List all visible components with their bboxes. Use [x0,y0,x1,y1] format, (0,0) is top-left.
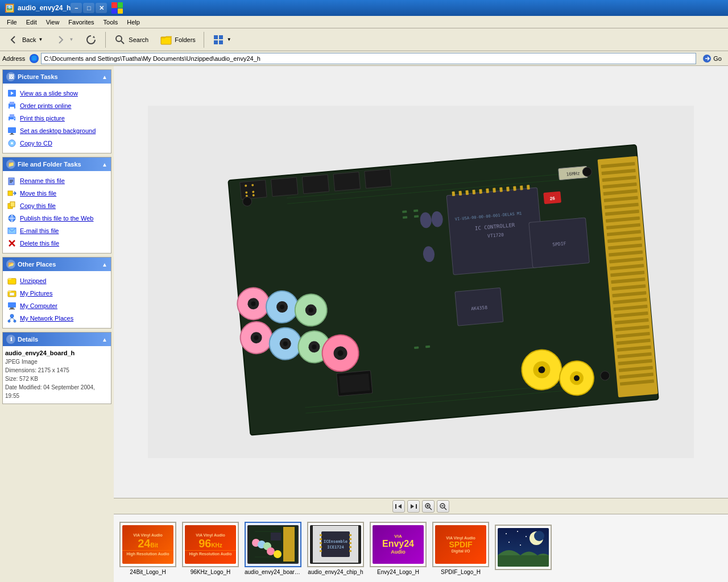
back-button[interactable]: Back ▼ [2,31,48,48]
rename-file-item[interactable]: Rename this file [5,174,109,187]
thumb-box-24bit: VIA Vinyl Audio 24Bit High Resolution Au… [119,522,176,567]
svg-rect-94 [513,186,516,190]
svg-rect-160 [395,504,396,509]
zoom-out-button[interactable] [437,500,449,513]
other-places-icon: 📂 [6,260,15,269]
maximize-button[interactable]: □ [83,3,94,13]
svg-rect-180 [271,533,281,541]
menu-view[interactable]: View [42,18,64,27]
desktop-bg-item[interactable]: Set as desktop background [5,124,109,137]
thumb-box-chip: ICEnsemble ICE1724 [307,522,364,567]
menu-edit[interactable]: Edit [22,18,42,27]
svg-rect-162 [416,504,417,509]
thumb-24bit[interactable]: VIA Vinyl Audio 24Bit High Resolution Au… [119,522,176,575]
forward-button[interactable]: ▼ [49,31,78,48]
thumb-envy24[interactable]: VIA Envy24 Audio Envy24_Logo_H [370,522,427,575]
first-image-button[interactable] [392,500,405,513]
thumb-96khz[interactable]: VIA Vinyl Audio 96KHz High Resolution Au… [182,522,239,575]
svg-rect-11 [10,102,14,105]
go-button[interactable]: Go [698,52,726,65]
svg-line-165 [429,508,432,510]
file-folder-tasks-collapse[interactable]: ▲ [102,161,107,168]
file-folder-tasks-title: File and Folder Tasks [18,161,81,168]
folders-button[interactable]: Folders [155,31,201,48]
file-folder-icon: 📁 [6,160,15,169]
thumb-box-96khz: VIA Vinyl Audio 96KHz High Resolution Au… [182,522,239,567]
search-button[interactable]: Search [109,31,154,48]
right-content: IC CONTROLLER VT1720 16MHz AK4358 [114,66,728,582]
menu-file[interactable]: File [2,18,22,27]
svg-rect-105 [302,174,329,194]
views-button[interactable]: ▼ [207,31,237,48]
views-icon [212,34,225,46]
svg-rect-92 [499,187,503,192]
close-button[interactable]: ✕ [96,3,107,13]
refresh-button[interactable] [80,31,102,48]
menu-help[interactable]: Help [122,18,144,27]
picture-tasks-body: View as a slide show Order prints online… [3,84,111,153]
thumb-label-24bit: 24Bit_Logo_H [130,569,166,575]
thumb-chip[interactable]: ICEnsemble ICE1724 [307,522,364,575]
svg-point-200 [517,531,518,532]
print-picture-item[interactable]: Print this picture [5,112,109,124]
delete-file-item[interactable]: Delete this file [5,237,109,250]
order-prints-item[interactable]: Order prints online [5,99,109,112]
minimize-button[interactable]: – [71,3,82,13]
other-places-header[interactable]: 📂 Other Places ▲ [3,257,111,271]
unzipped-folder-icon [7,276,16,285]
my-pictures-item[interactable]: My Pictures [5,287,109,300]
zoom-in-button[interactable] [422,500,435,513]
next-image-button[interactable] [407,500,420,513]
toolbar-separator-1 [105,32,106,48]
svg-rect-172 [283,527,295,562]
svg-rect-95 [520,185,523,190]
publish-web-item[interactable]: Publish this file to the Web [5,212,109,225]
thumb-landscape[interactable] [495,525,552,572]
thumb-label-chip: audio_envy24_chip_h [308,569,363,575]
slideshow-icon [7,89,16,98]
details-collapse[interactable]: ▲ [102,336,107,343]
svg-rect-15 [10,119,14,122]
svg-point-178 [267,547,275,555]
file-folder-tasks-header[interactable]: 📁 File and Folder Tasks ▲ [3,157,111,171]
slideshow-item[interactable]: View as a slide show [5,87,109,99]
picture-tasks-header[interactable]: 🖼 Picture Tasks ▲ [3,70,111,84]
menu-tools[interactable]: Tools [99,18,123,27]
picture-tasks-collapse[interactable]: ▲ [102,74,107,80]
image-viewer: IC CONTROLLER VT1720 16MHz AK4358 [114,66,728,498]
svg-rect-152 [414,215,419,218]
email-file-label: E-mail this file [20,227,59,234]
back-dropdown-icon: ▼ [38,37,43,42]
move-icon [7,189,16,198]
details-size: Size: 572 KB [5,375,109,383]
copy-cd-item[interactable]: Copy to CD [5,137,109,149]
picture-tasks-section: 🖼 Picture Tasks ▲ View as a slide show O… [2,69,111,153]
svg-rect-193 [349,546,351,548]
svg-text:ICE1724: ICE1724 [327,545,344,550]
svg-rect-4 [219,35,223,39]
main-layout: 🖼 Picture Tasks ▲ View as a slide show O… [0,66,728,582]
thumb-label-spdif: SPDIF_Logo_H [441,569,481,575]
copy-icon [7,201,16,210]
menu-favorites[interactable]: Favorites [64,18,98,27]
svg-line-169 [444,508,446,510]
other-places-collapse[interactable]: ▲ [102,261,107,268]
svg-rect-5 [214,40,218,44]
thumb-board[interactable]: audio_envy24_board_h [245,522,301,575]
desktop-bg-label: Set as desktop background [20,127,96,134]
network-places-item[interactable]: My Network Places [5,312,109,325]
thumb-label-96khz: 96KHz_Logo_H [191,569,231,575]
my-computer-label: My Computer [20,302,57,309]
thumb-label-board: audio_envy24_board_h [245,569,301,575]
svg-rect-88 [472,190,475,194]
details-header[interactable]: ℹ Details ▲ [3,332,111,346]
move-file-item[interactable]: Move this file [5,187,109,199]
my-computer-item[interactable]: My Computer [5,300,109,312]
details-modified: Date Modified: 04 September 2004, 19:55 [5,383,109,400]
thumb-spdif[interactable]: VIA Vinyl Audio SPDIF Digital I/O SPDIF_… [432,522,489,575]
thumb-box-envy24: VIA Envy24 Audio [370,522,427,567]
unzipped-item[interactable]: Unzipped [5,275,109,287]
email-file-item[interactable]: E-mail this file [5,225,109,237]
copy-file-item[interactable]: Copy this file [5,199,109,212]
address-input[interactable] [41,53,696,64]
